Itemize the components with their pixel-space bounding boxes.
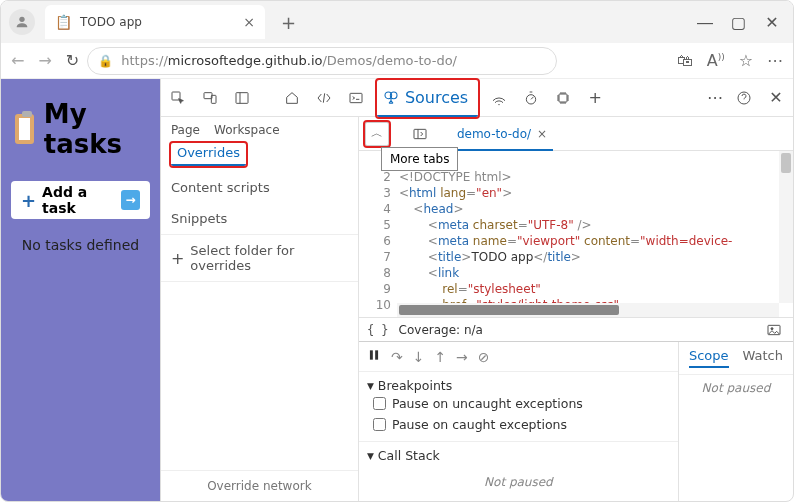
- pretty-print-icon[interactable]: { }: [367, 323, 389, 337]
- forward-button: →: [38, 51, 51, 70]
- debugger-drawer: ↷ ↓ ↑ → ⊘ ▼Breakpoints Pause on uncaught…: [359, 341, 793, 501]
- file-tab[interactable]: demo-to-do/ ×: [451, 118, 553, 151]
- window-controls: ― ▢ ✕: [697, 13, 793, 32]
- app-heading: My tasks: [11, 89, 150, 169]
- snippets-tab[interactable]: Snippets: [161, 203, 358, 234]
- devtools-toolbar: Sources + ⋯ ✕: [161, 79, 793, 117]
- empty-state: No tasks defined: [11, 237, 150, 253]
- add-task-label: Add a task: [42, 184, 121, 216]
- coverage-label: Coverage: n/a: [399, 323, 483, 337]
- settings-menu-icon[interactable]: ⋯: [767, 51, 783, 70]
- workspace-tab[interactable]: Workspace: [214, 123, 280, 137]
- new-tab-button[interactable]: +: [273, 8, 304, 37]
- override-network-label: Override network: [161, 470, 358, 501]
- breakpoints-section[interactable]: ▼Breakpoints Pause on uncaught exception…: [359, 371, 678, 441]
- close-file-icon[interactable]: ×: [537, 127, 547, 141]
- tab-title: TODO app: [80, 15, 235, 29]
- close-window-button[interactable]: ✕: [765, 13, 779, 32]
- svg-rect-16: [370, 350, 373, 359]
- debugger-controls: ↷ ↓ ↑ → ⊘: [359, 342, 678, 371]
- app-pane: My tasks + Add a task → No tasks defined: [1, 79, 160, 501]
- more-tools-icon[interactable]: +: [584, 87, 606, 109]
- devtools-pane: Sources + ⋯ ✕ Page Workspace Overrides C…: [160, 79, 793, 501]
- welcome-icon[interactable]: [281, 87, 303, 109]
- vertical-scrollbar[interactable]: [779, 151, 793, 303]
- image-preview-icon[interactable]: [763, 319, 785, 341]
- network-icon[interactable]: [488, 87, 510, 109]
- content-scripts-tab[interactable]: Content scripts: [161, 172, 358, 203]
- browser-titlebar: 📋 TODO app × + ― ▢ ✕: [1, 1, 793, 43]
- back-button[interactable]: ←: [11, 51, 24, 70]
- svg-point-15: [771, 327, 773, 329]
- device-emulation-icon[interactable]: [199, 87, 221, 109]
- callstack-section[interactable]: ▼Call Stack: [359, 441, 678, 469]
- watch-tab[interactable]: Watch: [743, 348, 783, 368]
- select-folder-label: Select folder for overrides: [190, 243, 348, 273]
- plus-icon: +: [21, 190, 36, 211]
- url-bar: ← → ↻ 🔒 https://microsoftedge.github.io/…: [1, 43, 793, 79]
- sources-tab[interactable]: Sources: [377, 80, 478, 117]
- clipboard-icon: [15, 114, 34, 144]
- callstack-not-paused: Not paused: [359, 469, 678, 495]
- svg-rect-6: [350, 93, 362, 102]
- submit-arrow-icon[interactable]: →: [121, 190, 140, 210]
- lock-icon: 🔒: [98, 54, 113, 68]
- activity-bar-icon[interactable]: [231, 87, 253, 109]
- svg-rect-2: [204, 92, 212, 98]
- console-icon[interactable]: [345, 87, 367, 109]
- step-icon[interactable]: →: [456, 349, 468, 365]
- editor-tabs: ︿ More tabs demo-to-do/ ×: [359, 117, 793, 151]
- url-text: https://microsoftedge.github.io/Demos/de…: [121, 53, 457, 68]
- inspect-icon[interactable]: [167, 87, 189, 109]
- horizontal-scrollbar[interactable]: [397, 303, 779, 317]
- maximize-button[interactable]: ▢: [731, 13, 745, 32]
- svg-rect-12: [414, 129, 426, 138]
- favorite-icon[interactable]: ☆: [739, 51, 753, 70]
- svg-rect-17: [375, 350, 378, 359]
- debugger-left-pane: ↷ ↓ ↑ → ⊘ ▼Breakpoints Pause on uncaught…: [359, 342, 679, 501]
- select-folder-button[interactable]: + Select folder for overrides: [161, 234, 358, 282]
- pause-caught-checkbox[interactable]: Pause on caught exceptions: [367, 414, 670, 435]
- step-out-icon[interactable]: ↑: [434, 349, 446, 365]
- performance-icon[interactable]: [520, 87, 542, 109]
- devtools-menu-icon[interactable]: ⋯: [707, 88, 723, 107]
- refresh-button[interactable]: ↻: [66, 51, 79, 70]
- memory-icon[interactable]: [552, 87, 574, 109]
- deactivate-breakpoints-icon[interactable]: ⊘: [478, 349, 490, 365]
- sidebar-toggle-icon[interactable]: [409, 123, 431, 145]
- minimize-button[interactable]: ―: [697, 13, 711, 32]
- plus-icon: +: [171, 249, 184, 268]
- sources-label: Sources: [405, 88, 468, 107]
- favicon-icon: 📋: [55, 14, 72, 30]
- browser-tab[interactable]: 📋 TODO app ×: [45, 5, 265, 39]
- add-task-input[interactable]: + Add a task →: [11, 181, 150, 219]
- overrides-tab[interactable]: Overrides: [171, 143, 246, 166]
- pause-button[interactable]: [367, 348, 381, 365]
- help-icon[interactable]: [733, 87, 755, 109]
- code-content: <!DOCTYPE html> <html lang="en"> <head> …: [397, 151, 793, 317]
- profile-button[interactable]: [9, 9, 35, 35]
- line-gutter: 12345678910: [359, 151, 397, 317]
- file-tab-label: demo-to-do/: [457, 127, 531, 141]
- app-heading-text: My tasks: [44, 99, 146, 159]
- svg-rect-4: [236, 92, 248, 103]
- close-tab-icon[interactable]: ×: [243, 14, 255, 30]
- svg-point-0: [19, 17, 24, 22]
- more-tabs-button[interactable]: ︿: [365, 122, 389, 146]
- editor-wrap: ︿ More tabs demo-to-do/ × 12345678910 <!…: [359, 117, 793, 501]
- step-into-icon[interactable]: ↓: [413, 349, 425, 365]
- pause-uncaught-checkbox[interactable]: Pause on uncaught exceptions: [367, 393, 670, 414]
- page-tab[interactable]: Page: [171, 123, 200, 137]
- step-over-icon[interactable]: ↷: [391, 349, 403, 365]
- shopping-icon[interactable]: 🛍: [677, 51, 693, 70]
- elements-icon[interactable]: [313, 87, 335, 109]
- read-aloud-icon[interactable]: A)): [707, 51, 725, 70]
- close-devtools-icon[interactable]: ✕: [765, 87, 787, 109]
- sources-navigator: Page Workspace Overrides Content scripts…: [161, 117, 359, 501]
- coverage-bar: { } Coverage: n/a: [359, 317, 793, 341]
- scope-not-paused: Not paused: [679, 375, 793, 401]
- scope-tab[interactable]: Scope: [689, 348, 729, 368]
- code-editor[interactable]: 12345678910 <!DOCTYPE html> <html lang="…: [359, 151, 793, 317]
- svg-rect-10: [559, 94, 567, 102]
- address-box[interactable]: 🔒 https://microsoftedge.github.io/Demos/…: [87, 47, 557, 75]
